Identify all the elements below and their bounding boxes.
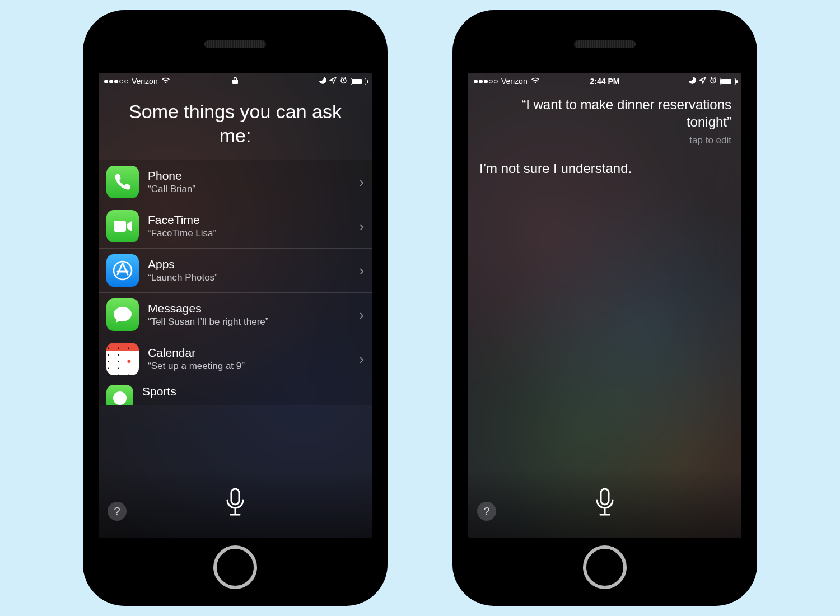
carrier-label: Verizon: [132, 77, 158, 86]
suggestion-example-label: “FaceTime Lisa”: [148, 228, 350, 239]
lock-icon: [232, 77, 239, 86]
location-icon: [329, 77, 337, 86]
status-time: 2:44 PM: [590, 77, 620, 86]
tap-to-edit-hint[interactable]: tap to edit: [468, 133, 741, 146]
carrier-label: Verizon: [501, 77, 528, 86]
siri-suggestions-screen: Verizon Some t: [99, 73, 372, 538]
suggestion-app-label: Messages: [148, 302, 350, 315]
microphone-icon[interactable]: [223, 488, 247, 520]
chevron-right-icon: ›: [359, 351, 364, 368]
suggestion-app-label: Apps: [148, 258, 350, 271]
suggestion-example-label: “Call Brian”: [148, 184, 350, 195]
moon-icon: [688, 77, 696, 86]
signal-dots-icon: [474, 80, 498, 83]
phone-icon: [106, 166, 139, 198]
svg-rect-4: [231, 489, 239, 505]
suggestion-example-label: “Tell Susan I’ll be right there”: [148, 316, 350, 328]
chevron-right-icon: ›: [359, 218, 364, 235]
svg-rect-6: [601, 489, 609, 505]
wifi-icon: [531, 77, 540, 86]
siri-bottom-bar: ?: [99, 470, 372, 538]
suggestion-row-sports[interactable]: Sports: [99, 381, 372, 405]
siri-response-screen: Verizon 2:44 PM “I want to make: [468, 73, 741, 538]
phone-speaker: [574, 40, 636, 48]
appstore-icon: [106, 254, 139, 287]
suggestion-row-apps[interactable]: Apps “Launch Photos” ›: [99, 249, 372, 293]
svg-point-3: [113, 391, 127, 405]
wifi-icon: [161, 77, 170, 86]
suggestion-row-messages[interactable]: Messages “Tell Susan I’ll be right there…: [99, 293, 372, 337]
phone-left: Verizon Some t: [84, 11, 386, 605]
chevron-right-icon: ›: [359, 262, 364, 279]
phone-speaker: [204, 40, 266, 48]
siri-response-text: I’m not sure I understand.: [468, 146, 741, 191]
location-icon: [699, 77, 706, 86]
chevron-right-icon: ›: [359, 306, 364, 324]
help-button[interactable]: ?: [477, 502, 496, 521]
suggestion-app-label: Sports: [142, 385, 364, 398]
status-bar: Verizon 2:44 PM: [468, 73, 741, 90]
help-icon-label: ?: [483, 505, 489, 518]
signal-dots-icon: [104, 80, 128, 83]
chevron-right-icon: ›: [359, 174, 364, 191]
suggestion-row-calendar[interactable]: · · · · ·· · • · ·· · · · · Calendar “Se…: [99, 337, 372, 381]
home-button[interactable]: [583, 545, 627, 589]
battery-icon: [720, 78, 736, 85]
status-bar: Verizon: [99, 73, 372, 90]
facetime-icon: [106, 210, 139, 242]
suggestion-example-label: “Set up a meeting at 9”: [148, 361, 350, 372]
svg-rect-1: [114, 221, 126, 232]
help-button[interactable]: ?: [108, 502, 127, 521]
suggestion-app-label: Phone: [148, 169, 350, 183]
home-button[interactable]: [213, 545, 257, 589]
battery-icon: [351, 78, 366, 85]
suggestion-list[interactable]: Phone “Call Brian” › FaceTime “FaceTime …: [99, 160, 372, 405]
sports-icon: [106, 385, 133, 405]
help-icon-label: ?: [114, 505, 120, 518]
moon-icon: [319, 77, 326, 86]
user-query-label: “I want to make dinner reservations toni…: [521, 97, 731, 129]
suggestion-example-label: “Launch Photos”: [148, 272, 350, 283]
alarm-icon: [340, 77, 347, 86]
suggestion-app-label: FaceTime: [148, 213, 350, 227]
user-query-text[interactable]: “I want to make dinner reservations toni…: [468, 90, 741, 133]
microphone-icon[interactable]: [593, 488, 617, 520]
calendar-icon: · · · · ·· · • · ·· · · · ·: [106, 343, 139, 375]
alarm-icon: [710, 77, 717, 86]
siri-suggestions-heading: Some things you can ask me:: [99, 90, 372, 160]
suggestion-row-facetime[interactable]: FaceTime “FaceTime Lisa” ›: [99, 204, 372, 249]
messages-icon: [106, 298, 139, 331]
siri-bottom-bar: ?: [468, 470, 741, 538]
suggestion-row-phone[interactable]: Phone “Call Brian” ›: [99, 160, 372, 204]
suggestion-app-label: Calendar: [148, 346, 350, 360]
phone-right: Verizon 2:44 PM “I want to make: [454, 11, 756, 605]
